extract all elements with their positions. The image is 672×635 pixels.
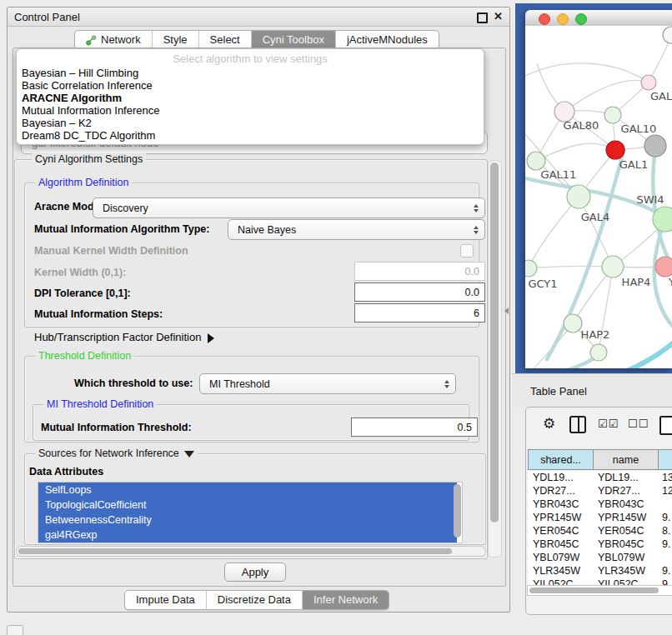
table-cell[interactable]: YDL19... [533, 471, 574, 484]
table-cell[interactable]: YBL079W [598, 551, 644, 564]
table-cell[interactable]: 8. [662, 524, 670, 538]
tab-network[interactable]: Network [75, 31, 152, 49]
dropdown-item[interactable]: Basic Correlation Inference [17, 79, 484, 92]
network-node[interactable] [567, 185, 590, 208]
float-window-icon[interactable] [477, 12, 488, 23]
settings-vertical-scrollbar[interactable] [488, 160, 502, 558]
table-cell[interactable]: YBR045C [533, 538, 579, 551]
table-cell[interactable]: YLR345W [598, 564, 645, 578]
aracne-mode-combobox[interactable]: Discovery [93, 198, 485, 218]
tab-jactivemnodules[interactable]: jActiveMNodules [335, 31, 439, 49]
collapse-arrow-icon[interactable] [184, 451, 194, 458]
kernel-width-field[interactable]: 0.0 [354, 262, 485, 281]
table-cell[interactable]: YER054C [598, 524, 644, 538]
scrollbar-thumb[interactable] [490, 162, 499, 522]
list-item[interactable]: SelfLoops [38, 482, 457, 498]
splitpane-collapse-arrow-icon[interactable] [504, 308, 509, 314]
zoom-traffic-icon[interactable] [575, 13, 587, 25]
dropdown-item[interactable]: Dream8 DC_TDC Algorithm [17, 129, 484, 142]
table-cell[interactable]: YDL19... [598, 471, 639, 484]
close-icon[interactable]: ✕ [494, 10, 503, 22]
manual-kernel-width-checkbox[interactable] [460, 244, 474, 258]
mi-steps-field[interactable]: 6 [354, 303, 485, 322]
table-cell[interactable]: YPR145W [598, 511, 646, 524]
table-row[interactable]: YBR045CYBR045C9. [528, 538, 672, 551]
tab-style[interactable]: Style [152, 31, 198, 49]
network-node[interactable] [602, 256, 624, 278]
table-cell[interactable]: 9. [662, 538, 670, 551]
mi-algorithm-type-combobox[interactable]: Naive Bayes [228, 219, 485, 240]
table-cell[interactable]: YBR043C [598, 498, 644, 511]
dropdown-item[interactable]: Mutual Information Inference [17, 104, 484, 117]
table-cell[interactable]: YIL052C [533, 578, 574, 585]
deselect-all-checkboxes-icon[interactable]: ☐☐ [628, 416, 649, 432]
table-row[interactable]: YIL052CYIL052C9. [528, 578, 672, 585]
scrollbar-thumb[interactable] [18, 548, 452, 554]
list-scrollbar-thumb[interactable] [454, 484, 461, 538]
hub-transcription-factor-section[interactable]: Hub/Transcription Factor Definition [34, 331, 214, 343]
table-cell[interactable]: YBR045C [598, 538, 644, 551]
dropdown-item[interactable]: Bayesian – Hill Climbing [17, 67, 484, 79]
table-cell[interactable]: YBR043C [533, 498, 579, 511]
dropdown-item-aracne[interactable]: ARACNE Algorithm [17, 92, 484, 104]
table-cell[interactable]: YLR345W [533, 564, 580, 578]
network-node[interactable] [606, 141, 624, 159]
select-all-checkboxes-icon[interactable]: ☑☑ [598, 416, 619, 432]
list-item[interactable]: TopologicalCoefficient [38, 498, 457, 512]
settings-horizontal-scrollbar[interactable] [16, 546, 486, 557]
table-cell[interactable]: YPR145W [533, 511, 581, 524]
network-canvas[interactable]: GALGAL80GAL10GAL1GAL11SWI4GAL4GCY1HAP4YH… [525, 26, 672, 368]
table-row[interactable]: YDL19...YDL19...13 [528, 471, 672, 484]
table-cell[interactable]: YBL079W [533, 551, 579, 564]
scrollbar-thumb[interactable] [529, 588, 659, 593]
table-cell[interactable]: 9. [662, 511, 670, 524]
table-row[interactable]: YPR145WYPR145W9. [528, 511, 672, 524]
table-cell[interactable]: YIL052C [598, 578, 639, 585]
dropdown-item[interactable]: Bayesian – K2 [17, 117, 484, 129]
table-row[interactable]: YBL079WYBL079W [528, 551, 672, 564]
table-horizontal-scrollbar[interactable] [527, 585, 672, 596]
list-item[interactable]: BetweennessCentrality [38, 512, 457, 528]
mi-threshold-field[interactable]: 0.5 [351, 418, 478, 437]
split-columns-icon[interactable] [569, 416, 586, 433]
table-cell[interactable]: 9. [662, 564, 670, 578]
gear-icon[interactable]: ⚙ [543, 416, 555, 432]
minimized-panel-icon[interactable] [7, 625, 23, 635]
table-row[interactable]: YLR345WYLR345W9. [528, 564, 672, 578]
table-cell[interactable]: 9. [662, 578, 670, 585]
tab-impute-data[interactable]: Impute Data [125, 591, 206, 609]
list-item[interactable]: gal4RGexp [38, 528, 457, 542]
network-window-titlebar[interactable] [525, 10, 672, 27]
network-node[interactable] [655, 257, 672, 277]
network-node[interactable] [604, 107, 621, 123]
column-header-partial[interactable] [658, 449, 672, 470]
minimize-traffic-icon[interactable] [557, 13, 569, 25]
document-icon[interactable] [659, 416, 672, 435]
network-node[interactable] [644, 135, 666, 157]
network-node[interactable] [525, 260, 537, 277]
table-cell[interactable]: 13 [662, 471, 672, 484]
column-header-name[interactable]: name [593, 449, 659, 470]
network-node[interactable] [564, 314, 582, 332]
column-header-shared[interactable]: shared... [528, 449, 594, 470]
network-node[interactable] [663, 27, 672, 43]
network-node[interactable] [527, 152, 545, 170]
apply-button[interactable]: Apply [224, 562, 286, 582]
which-threshold-combobox[interactable]: MI Threshold [199, 373, 456, 394]
tab-discretize-data[interactable]: Discretize Data [206, 591, 302, 609]
dpi-tolerance-field[interactable]: 0.0 [354, 282, 485, 302]
table-cell[interactable]: YER054C [533, 524, 579, 538]
tab-select[interactable]: Select [198, 31, 251, 49]
table-row[interactable]: YBR043CYBR043C [528, 498, 672, 511]
expand-arrow-icon[interactable] [208, 333, 214, 343]
table-row[interactable]: YER054CYER054C8. [528, 524, 672, 538]
network-node[interactable] [641, 75, 656, 90]
tab-cyni-toolbox[interactable]: Cyni Toolbox [251, 31, 335, 49]
close-traffic-icon[interactable] [539, 13, 550, 25]
table-cell[interactable]: 12 [662, 484, 672, 498]
table-cell[interactable]: YDR27... [598, 484, 640, 498]
table-cell[interactable]: YDR27... [533, 484, 575, 498]
network-node[interactable] [590, 344, 607, 361]
tab-infer-network[interactable]: Infer Network [302, 591, 389, 609]
table-row[interactable]: YDR27...YDR27...12 [528, 484, 672, 498]
